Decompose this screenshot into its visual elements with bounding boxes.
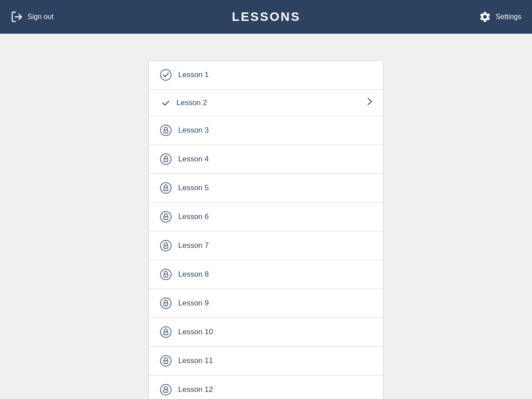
lesson-left: Lesson 9 [160, 297, 209, 309]
list-item[interactable]: Lesson 1 [149, 61, 383, 90]
list-item[interactable]: Lesson 6 [149, 203, 383, 231]
svg-point-2 [160, 125, 171, 136]
svg-point-4 [165, 131, 166, 132]
svg-point-26 [160, 356, 171, 366]
lock-icon [160, 383, 172, 396]
lesson-label: Lesson 7 [178, 241, 209, 250]
list-item[interactable]: Lesson 8 [149, 260, 383, 289]
lock-icon [160, 326, 172, 338]
svg-point-23 [160, 327, 171, 337]
settings-button[interactable]: Settings [479, 11, 521, 23]
svg-point-22 [165, 304, 166, 305]
checkmark-icon [161, 98, 170, 107]
lock-icon [160, 211, 172, 223]
list-item[interactable]: Lesson 12 [149, 376, 383, 399]
lesson-label: Lesson 3 [178, 126, 209, 135]
lock-icon [160, 268, 172, 281]
lesson-label: Lesson 11 [178, 356, 213, 365]
list-item[interactable]: Lesson 5 [149, 174, 383, 203]
app-header: Sign out LESSONS Settings [0, 0, 532, 34]
lesson-left: Lesson 6 [160, 211, 209, 223]
svg-point-31 [165, 391, 166, 391]
lesson-left: Lesson 1 [160, 69, 209, 81]
svg-point-7 [165, 160, 166, 161]
lesson-left: Lesson 8 [160, 268, 209, 281]
svg-point-10 [165, 189, 166, 190]
list-item[interactable]: Lesson 3 [149, 116, 383, 145]
svg-point-25 [165, 333, 166, 334]
svg-point-13 [165, 218, 166, 219]
lock-icon [160, 153, 172, 165]
list-item[interactable]: Lesson 7 [149, 231, 383, 260]
sign-out-label: Sign out [27, 13, 54, 21]
gear-icon [479, 11, 491, 23]
sign-out-icon [11, 11, 23, 23]
list-item[interactable]: Lesson 2 [149, 90, 383, 116]
svg-point-8 [160, 183, 171, 193]
lesson-left: Lesson 7 [160, 239, 209, 252]
lock-icon [160, 239, 172, 252]
page-title: LESSONS [232, 10, 301, 24]
checkmark-circle-icon [160, 69, 172, 81]
lesson-label: Lesson 6 [178, 212, 209, 221]
lesson-label: Lesson 1 [178, 70, 209, 79]
lock-icon [160, 297, 172, 309]
settings-label: Settings [496, 13, 521, 21]
svg-point-17 [160, 269, 171, 280]
svg-point-20 [160, 298, 171, 309]
lesson-left: Lesson 2 [160, 98, 207, 107]
svg-point-5 [160, 154, 171, 164]
lesson-label: Lesson 8 [178, 270, 209, 279]
list-item[interactable]: Lesson 4 [149, 145, 383, 174]
list-item[interactable]: Lesson 9 [149, 289, 383, 318]
lesson-label: Lesson 2 [176, 98, 207, 107]
lesson-left: Lesson 4 [160, 153, 209, 165]
svg-point-19 [165, 275, 166, 276]
lesson-left: Lesson 10 [160, 326, 213, 338]
lesson-left: Lesson 5 [160, 182, 209, 194]
lesson-label: Lesson 12 [178, 385, 213, 394]
list-item[interactable]: Lesson 11 [149, 347, 383, 376]
lock-icon [160, 355, 172, 367]
lesson-left: Lesson 3 [160, 124, 209, 137]
lock-icon [160, 124, 172, 137]
chevron-right-icon [367, 98, 372, 108]
lesson-left: Lesson 11 [160, 355, 213, 367]
lessons-list: Lesson 1 Lesson 2 Lesson 3 Lesson 4 Less… [149, 60, 383, 399]
lock-icon [160, 182, 172, 194]
sign-out-button[interactable]: Sign out [11, 11, 54, 23]
lesson-left: Lesson 12 [160, 383, 213, 396]
lesson-label: Lesson 5 [178, 184, 209, 192]
lesson-label: Lesson 10 [178, 328, 213, 336]
lesson-label: Lesson 4 [178, 155, 209, 164]
svg-point-11 [160, 211, 171, 222]
main-content: Lesson 1 Lesson 2 Lesson 3 Lesson 4 Less… [0, 34, 532, 399]
svg-point-16 [165, 246, 166, 247]
svg-point-29 [160, 384, 171, 395]
svg-point-14 [160, 240, 171, 251]
svg-point-1 [160, 70, 171, 80]
list-item[interactable]: Lesson 10 [149, 318, 383, 347]
lesson-label: Lesson 9 [178, 299, 209, 308]
svg-point-28 [165, 362, 166, 363]
